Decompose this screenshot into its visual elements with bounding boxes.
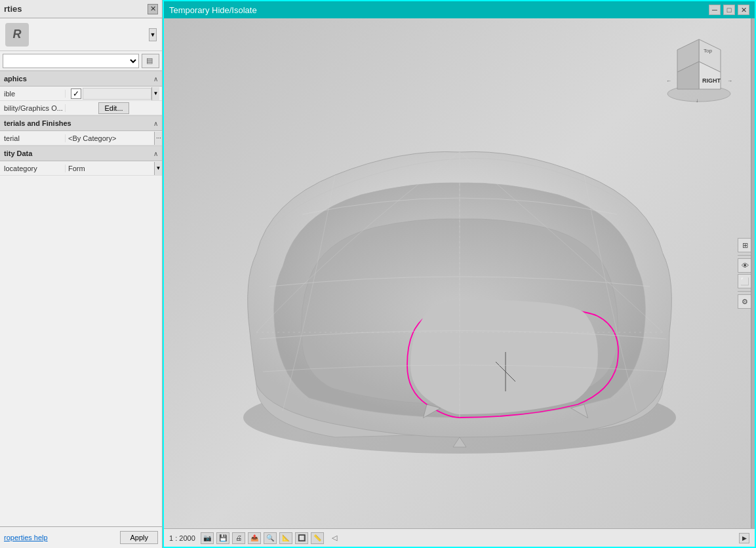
revit-logo: R xyxy=(5,23,29,47)
viewport-close-button[interactable]: ✕ xyxy=(738,5,749,15)
nav-compass-e: → xyxy=(727,78,732,84)
logo-row: R ▼ xyxy=(0,18,162,51)
edit-type-button[interactable]: ▤ xyxy=(142,54,159,68)
print-button[interactable]: 🖨 xyxy=(232,532,245,544)
visible-label: ible xyxy=(0,90,66,98)
graphics-section-header: aphics ∧ xyxy=(0,71,162,87)
subcategory-row: locategory Form ▼ xyxy=(0,161,162,176)
properties-help-link[interactable]: roperties help xyxy=(4,534,48,541)
camera-status-button[interactable]: 📷 xyxy=(201,532,214,544)
status-icon-group: 📷 💾 🖨 📤 🔍 📐 🔲 📏 xyxy=(201,532,324,544)
zoom-fit-button[interactable]: ⊞ xyxy=(738,238,752,252)
nav-compass-w: ← xyxy=(666,78,671,84)
material-property-row: terial <By Category> ⋯ xyxy=(0,131,162,146)
toolbar-divider xyxy=(738,255,752,256)
zoom-button[interactable]: 🔍 xyxy=(264,532,277,544)
materials-section-header: terials and Finishes ∧ xyxy=(0,115,162,131)
graphics-collapse-icon[interactable]: ∧ xyxy=(153,75,158,83)
visible-dropdown-arrow[interactable]: ▼ xyxy=(151,87,159,100)
nav-cube-top-label: Top xyxy=(704,48,712,54)
stadium-3d-model xyxy=(204,83,715,463)
viewport-minimize-button[interactable]: ─ xyxy=(709,5,721,15)
edit-type-icon: ▤ xyxy=(146,56,153,65)
identity-collapse-icon[interactable]: ∧ xyxy=(153,150,158,157)
materials-section-title: terials and Finishes xyxy=(4,119,71,127)
material-value: <By Category> xyxy=(66,134,154,142)
viewport-canvas[interactable]: RIGHT Top ↓ ← → ⊞ 👁 ⬜ ⚙ xyxy=(164,18,755,528)
nav-indicator: ◁ xyxy=(332,534,337,542)
panel-footer: roperties help Apply xyxy=(0,526,162,548)
panel-title: rties xyxy=(4,4,22,14)
material-value-cell: <By Category> ⋯ xyxy=(66,132,162,145)
material-label: terial xyxy=(0,134,66,142)
visibility-graphics-label: bility/Graphics O... xyxy=(0,104,66,112)
subcategory-label: locategory xyxy=(0,165,66,172)
subcategory-value: Form xyxy=(66,165,154,172)
type-selector-row: ▤ xyxy=(0,51,162,71)
subcategory-dropdown-arrow[interactable]: ▼ xyxy=(154,162,162,175)
edit-graphics-button[interactable]: Edit... xyxy=(98,102,129,114)
panel-expand-arrow[interactable]: ▼ xyxy=(149,28,157,41)
viewport-status-bar: 1 : 2000 📷 💾 🖨 📤 🔍 📐 🔲 📏 ◁ ▶ xyxy=(164,528,755,547)
materials-collapse-icon[interactable]: ∧ xyxy=(153,120,158,127)
viewport-window-controls: ─ □ ✕ xyxy=(709,5,749,15)
panel-titlebar: rties ✕ xyxy=(0,0,162,18)
viewport-title: Temporary Hide/Isolate xyxy=(169,5,257,15)
render-settings-button[interactable]: ⚙ xyxy=(738,294,752,309)
subcategory-value-cell: Form ▼ xyxy=(66,162,162,175)
viewport-restore-button[interactable]: □ xyxy=(723,5,735,15)
toolbar-divider-2 xyxy=(738,291,752,292)
visibility-graphics-row: bility/Graphics O... Edit... xyxy=(0,101,162,115)
viewport-titlebar: Temporary Hide/Isolate ─ □ ✕ xyxy=(164,1,755,18)
right-toolbar: ⊞ 👁 ⬜ ⚙ xyxy=(738,238,752,309)
graphics-section-title: aphics xyxy=(4,75,27,83)
nav-cube-svg: RIGHT Top ↓ ← → xyxy=(663,31,735,104)
navigation-cube[interactable]: RIGHT Top ↓ ← → xyxy=(663,31,735,104)
material-browse-btn[interactable]: ⋯ xyxy=(154,132,162,145)
scale-indicator: 1 : 2000 xyxy=(169,534,195,542)
nav-cube-right-label: RIGHT xyxy=(702,77,721,84)
main-viewport: Temporary Hide/Isolate ─ □ ✕ xyxy=(163,0,756,548)
export-button[interactable]: 📤 xyxy=(248,532,261,544)
viewport-resize-handle[interactable] xyxy=(751,18,755,528)
visible-checkbox[interactable]: ✓ xyxy=(71,88,81,99)
close-button[interactable]: ✕ xyxy=(148,4,158,14)
view-object-button[interactable]: 👁 xyxy=(738,258,752,273)
identity-section-title: tity Data xyxy=(4,149,32,157)
stadium-svg xyxy=(204,83,715,463)
measure-button[interactable]: 📐 xyxy=(279,532,292,544)
visibility-graphics-cell: Edit... xyxy=(66,100,162,117)
visible-value-cell: ✓ ▼ xyxy=(66,87,162,100)
identity-section-header: tity Data ∧ xyxy=(0,146,162,161)
nav-compass-s: ↓ xyxy=(696,98,698,104)
panel-spacer xyxy=(0,176,162,526)
stadium-floor xyxy=(410,300,598,414)
annotation-button[interactable]: 📏 xyxy=(311,532,324,544)
type-dropdown[interactable] xyxy=(3,54,139,68)
properties-panel: rties ✕ R ▼ ▤ aphics ∧ ible ✓ ▼ bility/G… xyxy=(0,0,163,548)
save-view-button[interactable]: 💾 xyxy=(216,532,229,544)
visible-input-field[interactable] xyxy=(83,88,151,100)
status-right-arrow[interactable]: ▶ xyxy=(739,533,749,543)
section-box-button[interactable]: ⬜ xyxy=(738,274,752,288)
crop-button[interactable]: 🔲 xyxy=(295,532,308,544)
apply-button[interactable]: Apply xyxy=(120,531,158,544)
